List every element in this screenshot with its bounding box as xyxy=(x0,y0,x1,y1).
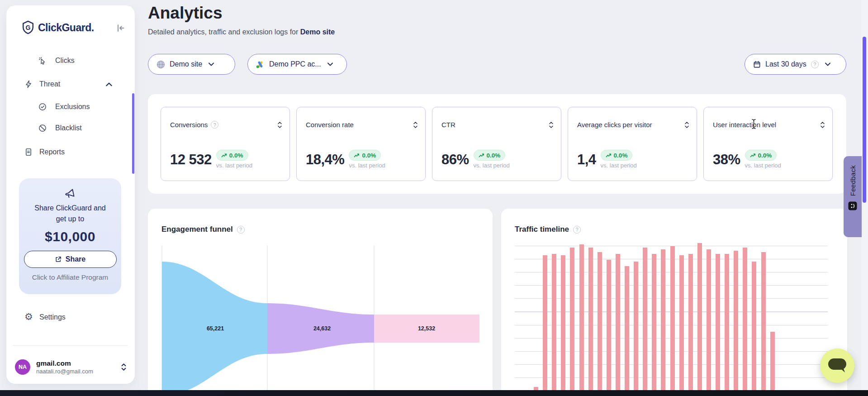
traffic-bar xyxy=(670,246,675,396)
trend-up-icon xyxy=(354,153,360,157)
badge-check-icon xyxy=(38,103,47,111)
kpi-value: 86% xyxy=(441,152,469,168)
kpi-compare-label: vs. last period xyxy=(601,162,637,169)
traffic-bar xyxy=(625,266,629,396)
date-range-value: Last 30 days xyxy=(765,60,806,68)
kpi-value: 38% xyxy=(713,152,740,168)
sidebar-item-label: Blacklist xyxy=(55,124,82,132)
feedback-tab[interactable]: Feedback xyxy=(844,156,862,237)
chat-bubble-icon xyxy=(827,358,847,374)
sidebar-scrollbar-thumb[interactable] xyxy=(132,93,134,174)
chevron-down-icon xyxy=(209,62,214,66)
account-email: naatali.ro@gmail.com xyxy=(36,368,115,375)
affiliate-promo-card[interactable]: Share ClickGuard and get up to $10,000 S… xyxy=(19,178,121,294)
kpi-delta-badge: 0.0% xyxy=(349,150,381,161)
trend-up-icon xyxy=(606,153,612,157)
kpi-label: CTR xyxy=(441,121,455,129)
promo-line2: get up to xyxy=(19,214,121,224)
funnel-stage-value: 65,221 xyxy=(207,325,224,332)
affiliate-link[interactable]: Click to Affiliate Program xyxy=(19,273,121,281)
traffic-bar xyxy=(570,248,574,396)
share-button-label: Share xyxy=(66,255,85,263)
sort-icon[interactable] xyxy=(277,121,282,129)
help-icon[interactable]: ? xyxy=(211,121,218,129)
page-scrollbar-thumb[interactable] xyxy=(863,37,866,203)
traffic-bar xyxy=(607,260,611,396)
traffic-bar xyxy=(616,254,620,396)
kpi-compare-label: vs. last period xyxy=(474,162,510,169)
sidebar-item-settings[interactable]: ⚙ Settings xyxy=(6,310,135,326)
sidebar-item-clicks[interactable]: Clicks xyxy=(6,52,135,69)
traffic-bar xyxy=(716,254,720,396)
sidebar-item-threat[interactable]: Threat xyxy=(6,76,135,92)
subtitle-site-name: Demo site xyxy=(300,28,335,36)
traffic-bar xyxy=(770,332,775,396)
page-subtitle: Detailed analytics, traffic and exclusio… xyxy=(148,28,335,36)
traffic-bar xyxy=(634,262,638,396)
lightning-icon xyxy=(24,80,33,88)
kpi-value: 18,4% xyxy=(306,152,344,168)
sort-icon[interactable] xyxy=(549,121,554,129)
kpi-card-interaction-level: User interaction level 38% 0.0% vs. last… xyxy=(703,107,833,181)
traffic-bar xyxy=(579,244,584,396)
site-filter-dropdown[interactable]: Demo site xyxy=(148,54,235,75)
kpi-compare-label: vs. last period xyxy=(349,162,385,169)
avatar: NA xyxy=(15,359,30,375)
promo-line1: Share ClickGuard and xyxy=(19,203,121,214)
traffic-bar xyxy=(561,255,565,396)
ppc-account-dropdown[interactable]: Demo PPC ac... xyxy=(247,54,347,75)
kpi-delta-badge: 0.0% xyxy=(601,150,633,161)
kpi-label: Conversion rate xyxy=(306,121,354,129)
help-icon[interactable]: ? xyxy=(237,226,245,234)
sidebar-item-label: Threat xyxy=(39,80,60,88)
share-button[interactable]: Share xyxy=(24,251,117,268)
sidebar: G ClickGuard. Clicks Threat xyxy=(6,5,135,384)
brand-name: ClickGuard. xyxy=(38,22,94,34)
globe-icon xyxy=(157,60,165,69)
traffic-bar xyxy=(598,252,602,396)
date-range-dropdown[interactable]: Last 30 days ? xyxy=(745,54,846,75)
feedback-label: Feedback xyxy=(849,165,857,196)
sidebar-item-label: Settings xyxy=(39,313,66,321)
kpi-card-avg-clicks: Average clicks per visitor 1,4 0.0% vs. … xyxy=(568,107,697,181)
sort-icon[interactable] xyxy=(820,121,825,129)
gear-icon: ⚙ xyxy=(24,312,33,322)
funnel-stage-value: 12,532 xyxy=(418,325,435,332)
traffic-bar xyxy=(707,249,711,396)
kpi-compare-label: vs. last period xyxy=(745,162,781,169)
traffic-bar xyxy=(643,248,647,396)
external-link-icon xyxy=(55,256,62,263)
brand-logo: G ClickGuard. xyxy=(21,20,94,35)
traffic-bar xyxy=(734,251,738,396)
ban-icon xyxy=(38,124,47,132)
account-switcher[interactable]: NA gmail.com naatali.ro@gmail.com xyxy=(15,358,127,377)
sidebar-collapse-icon[interactable] xyxy=(116,24,125,33)
chevron-down-icon xyxy=(825,62,830,66)
sort-icon[interactable] xyxy=(413,121,418,129)
kpi-label: User interaction level xyxy=(713,121,776,129)
chat-launcher-button[interactable] xyxy=(820,348,854,383)
sidebar-item-label: Clicks xyxy=(55,57,75,65)
sidebar-item-exclusions[interactable]: Exclusions xyxy=(6,99,135,115)
kpi-value: 1,4 xyxy=(577,152,596,168)
kpi-delta-badge: 0.0% xyxy=(745,150,777,161)
chevron-down-icon xyxy=(327,62,333,66)
calendar-icon xyxy=(753,61,761,68)
sidebar-item-reports[interactable]: Reports xyxy=(6,144,135,160)
help-icon[interactable]: ? xyxy=(811,61,819,68)
feedback-smiley-icon xyxy=(848,201,857,210)
shield-logo-icon: G xyxy=(21,20,35,35)
trend-up-icon xyxy=(479,153,484,157)
sort-icon[interactable] xyxy=(684,121,689,129)
sidebar-item-blacklist[interactable]: Blacklist xyxy=(6,120,135,136)
google-ads-icon xyxy=(256,61,265,68)
sidebar-divider xyxy=(13,345,128,346)
sidebar-item-label: Reports xyxy=(39,148,65,156)
clickguard-dashboard: G ClickGuard. Clicks Threat xyxy=(0,0,868,396)
traffic-bar xyxy=(725,254,729,396)
account-name: gmail.com xyxy=(36,359,115,367)
chevron-up-icon xyxy=(106,82,112,86)
site-filter-value: Demo site xyxy=(170,60,202,68)
kpi-delta-badge: 0.0% xyxy=(474,150,506,161)
kpi-label: Conversions xyxy=(170,121,208,129)
